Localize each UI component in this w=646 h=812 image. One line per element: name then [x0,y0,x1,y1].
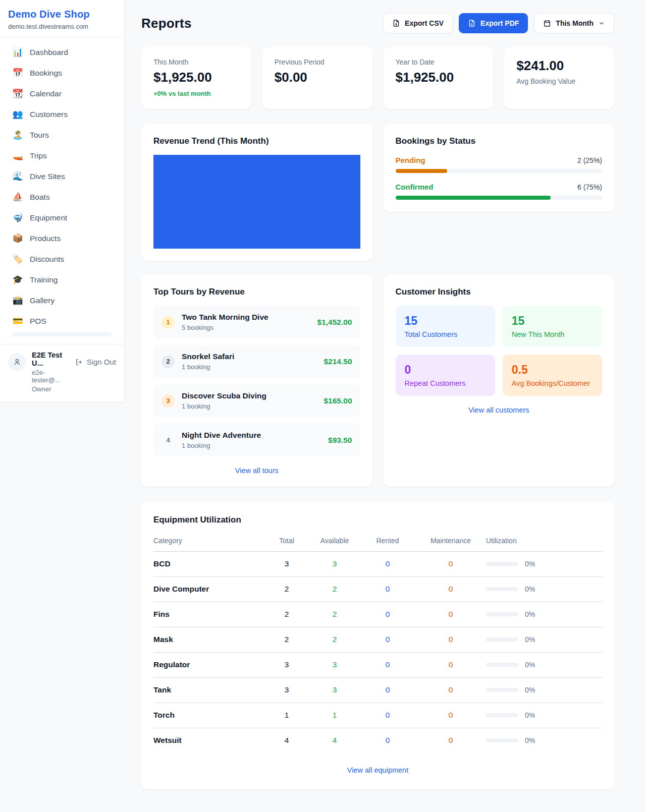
stat-card-year-to-date: Year to Date $1,925.00 [384,47,494,109]
view-all-equipment-link[interactable]: View all equipment [153,766,602,774]
stat-value: $0.00 [275,70,360,85]
tour-bookings: 1 booking [182,402,324,410]
col-available: Available [309,537,360,545]
stat-card-avg-booking-value: $241.00 Avg Booking Value [504,47,614,109]
tour-row: 2 Snorkel Safari1 booking $214.50 [153,345,360,378]
bookings-by-status-card: Bookings by Status Pending 2 (25%) Confi… [384,124,615,212]
sidebar-item-equipment[interactable]: 🤿Equipment [7,208,117,227]
table-header-row: Category Total Available Rented Maintena… [153,533,602,552]
export-csv-button[interactable]: Export CSV [383,13,453,33]
island-icon: 🏝️ [12,130,23,140]
insights-row: Top Tours by Revenue 1 Two Tank Morning … [141,275,614,487]
sidebar-item-label: Training [30,275,58,284]
user-name: E2E Test U... [32,351,70,367]
shop-domain: demo.test.divestreams.com [8,23,116,30]
tile-label: Repeat Customers [405,379,486,387]
status-meter [396,169,603,173]
rank-badge: 1 [162,316,175,329]
tile-label: Avg Bookings/Customer [512,379,593,387]
sign-out-icon [75,358,83,366]
sidebar-nav: 📊Dashboard 📅Bookings 📆Calendar 👥Customer… [0,37,124,344]
export-pdf-button[interactable]: Export PDF [459,13,528,33]
rank-badge: 3 [162,394,175,408]
stat-label: Year to Date [396,58,481,66]
tile-new-this-month: 15 New This Month [503,306,602,347]
file-download-icon [468,19,476,27]
dashboard-icon: 📊 [12,47,23,57]
view-all-tours-link[interactable]: View all tours [153,467,360,475]
chevron-down-icon [598,20,605,27]
sidebar-item-bookings[interactable]: 📅Bookings [7,63,117,83]
tour-row: 4 Night Dive Adventure1 booking $93.50 [153,424,360,456]
sidebar-item-pos[interactable]: 💳POS [7,311,117,331]
utilization-bar [486,612,518,616]
export-csv-label: Export CSV [405,19,444,27]
sidebar-item-dive-sites[interactable]: 🌊Dive Sites [7,166,117,186]
table-row: Regulator 3 3 0 0 0% [153,653,602,678]
bookings-by-status-title: Bookings by Status [396,136,603,146]
tour-revenue: $1,452.00 [317,318,352,327]
export-pdf-label: Export PDF [480,19,519,27]
sidebar-item-gallery[interactable]: 📸Gallery [7,291,117,310]
col-category: Category [153,537,264,545]
col-rented: Rented [360,537,415,545]
calendar-17-icon: 📅 [12,68,23,78]
avatar [8,353,26,371]
table-row: Mask 2 2 0 0 0% [153,627,602,653]
col-utilization: Utilization [486,537,602,545]
revenue-trend-title: Revenue Trend (This Month) [153,136,360,146]
utilization-bar [486,637,518,642]
sidebar-item-customers[interactable]: 👥Customers [7,104,117,124]
view-all-customers-link[interactable]: View all customers [396,406,603,414]
rank-badge: 2 [162,355,175,368]
tour-name: Discover Scuba Diving [182,391,324,400]
tile-value: 0.5 [512,363,593,377]
table-row: Dive Computer 2 2 0 0 0% [153,577,602,602]
user-email: e2e-tester@... [32,369,70,384]
sidebar-item-tours[interactable]: 🏝️Tours [7,125,117,145]
table-row: BCD 3 3 0 0 0% [153,552,602,577]
period-dropdown[interactable]: This Month [534,13,614,33]
person-icon [13,358,22,367]
header-actions: Export CSV Export PDF This Month [383,13,614,33]
tag-icon: 🏷️ [12,254,23,264]
tile-total-customers: 15 Total Customers [396,306,495,347]
insight-grid: 15 Total Customers 15 New This Month 0 R… [396,306,603,396]
tour-revenue: $165.00 [324,396,352,405]
speedboat-icon: 🚤 [12,150,23,161]
sidebar-item-training[interactable]: 🎓Training [7,270,117,289]
tour-list: 1 Two Tank Morning Dive5 bookings $1,452… [153,306,360,456]
equipment-utilization-card: Equipment Utilization Category Total Ava… [141,502,614,789]
stat-value: $1,925.00 [153,70,239,85]
col-total: Total [264,537,309,545]
sidebar-item-discounts[interactable]: 🏷️Discounts [7,249,117,269]
status-row-pending: Pending 2 (25%) [396,156,603,173]
utilization-bar [486,663,518,667]
sidebar-item-reports-partial[interactable] [12,332,112,336]
sidebar-item-boats[interactable]: ⛵Boats [7,187,117,207]
sidebar-item-calendar[interactable]: 📆Calendar [7,84,117,103]
sidebar-item-products[interactable]: 📦Products [7,228,117,248]
status-count: 2 (25%) [577,156,602,164]
sidebar-item-label: Products [30,234,61,243]
user-meta: E2E Test U... e2e-tester@... Owner [32,351,70,393]
status-meter [396,196,603,200]
sidebar-item-dashboard[interactable]: 📊Dashboard [7,42,117,62]
sidebar-item-trips[interactable]: 🚤Trips [7,146,117,165]
revenue-trend-chart [153,155,360,249]
sidebar-item-label: Dashboard [30,48,68,57]
tour-bookings: 1 booking [182,363,324,371]
utilization-bar [486,562,518,566]
tour-revenue: $93.50 [328,436,352,445]
sign-out-button[interactable]: Sign Out [75,358,116,366]
tile-label: Total Customers [405,330,486,338]
tour-bookings: 1 booking [182,442,328,449]
calendar-icon [543,19,551,27]
stat-card-previous-period: Previous Period $0.00 [262,47,372,109]
graduation-cap-icon: 🎓 [12,274,23,285]
sidebar-user-section: E2E Test U... e2e-tester@... Owner Sign … [0,344,124,402]
utilization-bar [486,688,518,692]
wave-icon: 🌊 [12,171,23,182]
page-header: Reports Export CSV Export PDF This Month [141,13,614,33]
stat-card-this-month: This Month $1,925.00 +0% vs last month [141,47,251,109]
